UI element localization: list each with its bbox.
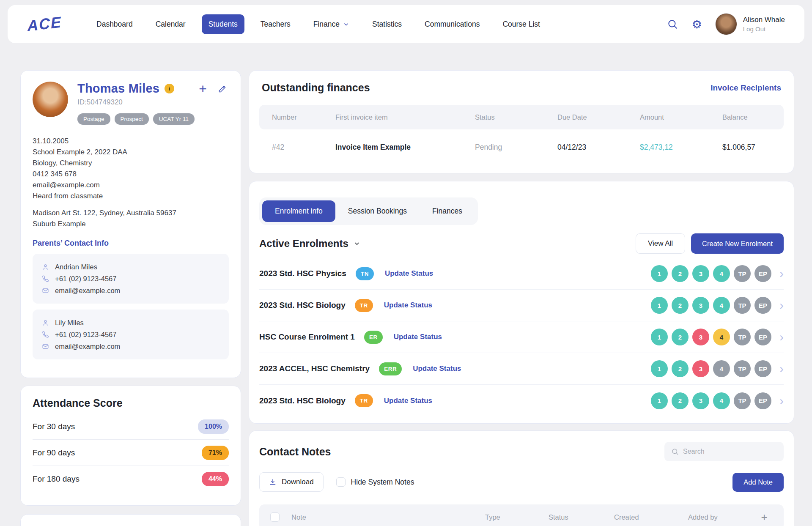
parent-contact-card: Andrian Miles +61 (02) 9123-4567 email@e… — [33, 254, 229, 304]
chevron-right-icon[interactable]: › — [779, 362, 784, 375]
active-enrolments-title[interactable]: Active Enrolments — [259, 238, 360, 249]
step-circle[interactable]: 3 — [692, 329, 709, 345]
update-status-link[interactable]: Update Status — [384, 301, 432, 310]
notes-search-input[interactable] — [683, 448, 777, 455]
parents-contact-link[interactable]: Parents’ Contact Info — [33, 239, 109, 248]
add-column-icon[interactable]: + — [756, 512, 773, 523]
nav-item-communications[interactable]: Communications — [418, 14, 486, 34]
step-circle[interactable]: TP — [734, 265, 751, 282]
avatar — [715, 13, 737, 35]
step-circle[interactable]: 1 — [651, 392, 668, 409]
step-circle[interactable]: EP — [754, 360, 771, 377]
step-circle[interactable]: TP — [734, 297, 751, 314]
step-circle[interactable]: 3 — [692, 265, 709, 282]
chevron-right-icon[interactable]: › — [779, 331, 784, 343]
parent-email: email@example.com — [55, 342, 120, 351]
step-circle[interactable]: 4 — [713, 392, 730, 409]
enrolment-row[interactable]: 2023 Std. HSC Biology TR Update Status 1… — [259, 385, 784, 416]
col-created: Created — [614, 513, 688, 521]
edit-pencil-icon[interactable] — [216, 82, 229, 95]
step-circle[interactable]: TP — [734, 329, 751, 345]
tag-prospect[interactable]: Prospect — [115, 113, 149, 125]
nav-item-calendar[interactable]: Calendar — [149, 14, 192, 34]
nav-item-course-list[interactable]: Course List — [496, 14, 547, 34]
step-circle[interactable]: TP — [734, 392, 751, 409]
step-circle[interactable]: EP — [754, 265, 771, 282]
chevron-right-icon[interactable]: › — [779, 267, 784, 280]
finances-title: Outstanding finances — [262, 82, 370, 94]
chevron-right-icon[interactable]: › — [779, 394, 784, 407]
step-circle[interactable]: 1 — [651, 360, 668, 377]
update-status-link[interactable]: Update Status — [385, 269, 433, 278]
add-note-button[interactable]: Add Note — [732, 473, 784, 492]
user-menu[interactable]: Alison Whale Log Out — [715, 13, 785, 35]
step-circle[interactable]: 1 — [651, 265, 668, 282]
step-circle[interactable]: 1 — [651, 329, 668, 345]
step-circle[interactable]: 2 — [672, 360, 689, 377]
update-status-link[interactable]: Update Status — [413, 364, 461, 373]
enrolment-row[interactable]: 2023 Std. HSC Biology TR Update Status 1… — [259, 290, 784, 321]
attendance-score-card: Attendance Score For 30 days 100% For 90… — [20, 386, 241, 506]
nav-item-finance-label: Finance — [313, 20, 340, 29]
nav-item-dashboard[interactable]: Dashboard — [90, 14, 140, 34]
col-status: Status — [549, 513, 614, 521]
phone-icon — [42, 331, 49, 338]
select-all-checkbox[interactable] — [270, 512, 280, 522]
step-circle[interactable]: EP — [754, 297, 771, 314]
attendance-label: For 30 days — [33, 422, 75, 431]
ace-logo[interactable]: ACE — [27, 13, 62, 35]
student-avatar — [33, 82, 68, 117]
detail-phone: 0412 345 678 — [33, 169, 229, 180]
tag-ucat[interactable]: UCAT Yr 11 — [153, 113, 195, 125]
invoice-number: #42 — [272, 143, 335, 152]
step-circle[interactable]: 3 — [692, 297, 709, 314]
nav-item-statistics[interactable]: Statistics — [365, 14, 409, 34]
step-circle[interactable]: EP — [754, 329, 771, 345]
tag-postage[interactable]: Postage — [77, 113, 110, 125]
enrolment-row[interactable]: HSC Course Enrolment 1 ER Update Status … — [259, 321, 784, 353]
nav-item-teachers[interactable]: Teachers — [254, 14, 297, 34]
tab-finances[interactable]: Finances — [420, 200, 475, 222]
attendance-score-badge: 71% — [202, 446, 229, 460]
col-note: Note — [291, 513, 485, 521]
enrolment-row[interactable]: 2023 Std. HSC Physics TN Update Status 1… — [259, 258, 784, 290]
step-circle[interactable]: 3 — [692, 360, 709, 377]
step-circle[interactable]: 4 — [713, 329, 730, 345]
enrolment-type-badge: TR — [355, 394, 373, 407]
add-icon[interactable]: + — [199, 82, 207, 96]
gear-icon[interactable]: ⚙ — [691, 18, 703, 30]
detail-email: email@example.com — [33, 180, 229, 191]
update-status-link[interactable]: Update Status — [384, 397, 432, 405]
step-circle[interactable]: 2 — [672, 265, 689, 282]
chevron-right-icon[interactable]: › — [779, 299, 784, 312]
create-new-enrolment-button[interactable]: Create New Enrolment — [691, 233, 784, 254]
view-all-button[interactable]: View All — [636, 233, 685, 254]
step-circle[interactable]: 4 — [713, 265, 730, 282]
update-status-link[interactable]: Update Status — [394, 333, 442, 341]
step-circle[interactable]: 1 — [651, 297, 668, 314]
invoice-row[interactable]: #42 Invoice Item Example Pending 04/12/2… — [259, 129, 784, 165]
main-nav: Dashboard Calendar Students Teachers Fin… — [90, 14, 547, 34]
step-circle[interactable]: 3 — [692, 392, 709, 409]
step-circle[interactable]: 2 — [672, 297, 689, 314]
step-circle[interactable]: EP — [754, 392, 771, 409]
mail-icon — [42, 287, 49, 294]
tab-session-bookings[interactable]: Session Bookings — [335, 200, 420, 222]
step-circle[interactable]: 4 — [713, 360, 730, 377]
step-circle[interactable]: 2 — [672, 392, 689, 409]
step-circle[interactable]: TP — [734, 360, 751, 377]
search-icon[interactable] — [666, 18, 679, 30]
nav-item-finance[interactable]: Finance — [307, 14, 356, 34]
invoice-recipients-link[interactable]: Invoice Recipients — [710, 83, 781, 93]
hide-system-notes-checkbox[interactable] — [336, 477, 346, 487]
step-circle[interactable]: 4 — [713, 297, 730, 314]
nav-item-students[interactable]: Students — [202, 14, 244, 34]
enrolment-row[interactable]: 2023 ACCEL, HSC Chemistry ERR Update Sta… — [259, 353, 784, 385]
tab-enrolment-info[interactable]: Enrolment info — [262, 200, 335, 222]
student-profile-card: Thomas Miles i + ID:504749320 Postage Pr… — [20, 70, 241, 378]
logout-link[interactable]: Log Out — [743, 25, 785, 33]
person-icon — [42, 263, 49, 271]
download-button[interactable]: Download — [259, 472, 324, 492]
info-icon[interactable]: i — [165, 84, 174, 93]
step-circle[interactable]: 2 — [672, 329, 689, 345]
